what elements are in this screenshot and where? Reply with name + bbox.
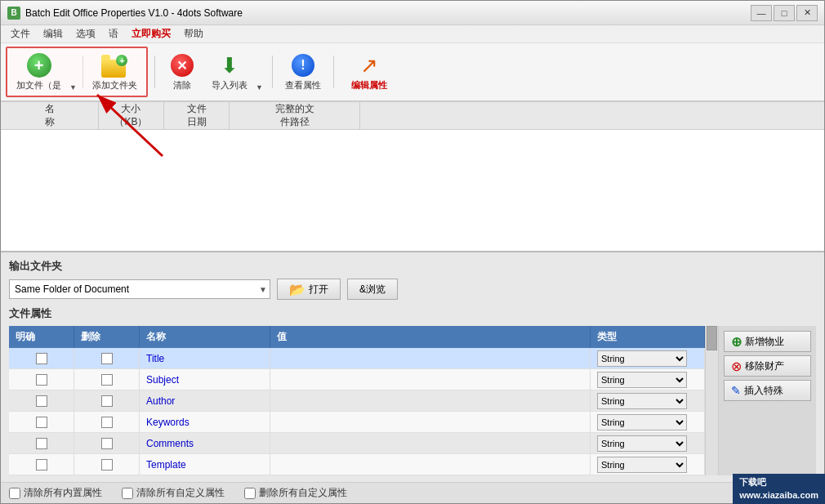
file-list-body[interactable] bbox=[1, 130, 824, 251]
edit-props-button[interactable]: ↗ 编辑属性 bbox=[341, 50, 398, 94]
import-button[interactable]: ⬇ 导入列表 bbox=[206, 50, 253, 94]
cell-type-4: String bbox=[591, 433, 705, 453]
menu-edit[interactable]: 编辑 bbox=[37, 25, 69, 42]
add-folder-button[interactable]: + 添加文件夹 bbox=[87, 50, 143, 94]
cell-value-1 bbox=[270, 369, 591, 390]
add-file-button[interactable]: + 加文件（是 bbox=[11, 50, 67, 94]
cell-delete-0 bbox=[74, 348, 140, 368]
cell-name-5: Template bbox=[140, 454, 270, 475]
delete-custom-checkbox-label[interactable]: 删除所有自定义属性 bbox=[244, 486, 347, 500]
output-folder-row: Same Folder of Document ▼ 📂 打开 &浏览 bbox=[9, 279, 816, 300]
table-row[interactable]: Comments String bbox=[9, 433, 705, 454]
table-row[interactable]: Subject String bbox=[9, 369, 705, 390]
menu-help[interactable]: 帮助 bbox=[177, 25, 210, 42]
clear-checkbox-2[interactable] bbox=[36, 395, 47, 407]
col-path-header: 完整的文 件路径 bbox=[230, 102, 360, 129]
watermark-line1: 下载吧 bbox=[739, 476, 818, 488]
delete-checkbox-5[interactable] bbox=[101, 459, 113, 471]
close-button[interactable]: ✕ bbox=[796, 5, 818, 21]
browse-label: &浏览 bbox=[359, 283, 386, 297]
menu-file[interactable]: 文件 bbox=[4, 25, 37, 42]
file-list-area: 名 称 大小 （KB） 文件 日期 完整的文 件路径 bbox=[1, 102, 824, 252]
cell-delete-5 bbox=[74, 454, 140, 475]
open-folder-button[interactable]: 📂 打开 bbox=[277, 279, 341, 300]
cell-clear-1 bbox=[9, 369, 74, 390]
cell-value-0 bbox=[270, 348, 591, 368]
table-row[interactable]: Title String bbox=[9, 348, 705, 369]
clear-button[interactable]: ✕ 清除 bbox=[162, 50, 203, 94]
browse-button[interactable]: &浏览 bbox=[347, 279, 398, 300]
clear-checkbox-5[interactable] bbox=[36, 459, 47, 471]
edit-props-label: 编辑属性 bbox=[351, 79, 387, 91]
cell-clear-0 bbox=[9, 348, 74, 368]
clear-builtin-checkbox[interactable] bbox=[9, 488, 20, 499]
folder-select[interactable]: Same Folder of Document bbox=[9, 279, 270, 299]
type-select-2[interactable]: String bbox=[597, 393, 687, 409]
cell-type-3: String bbox=[591, 412, 705, 432]
type-select-0[interactable]: String bbox=[597, 350, 687, 367]
cell-value-4 bbox=[270, 433, 591, 453]
clear-checkbox-4[interactable] bbox=[36, 438, 47, 449]
type-select-4[interactable]: String bbox=[597, 435, 687, 452]
menu-options[interactable]: 选项 bbox=[69, 25, 102, 42]
title-bar: B Batch Edit Office Properties V1.0 - 4d… bbox=[1, 1, 824, 25]
view-props-label: 查看属性 bbox=[285, 79, 321, 91]
add-property-icon: ⊕ bbox=[731, 334, 742, 350]
view-props-button[interactable]: ! 查看属性 bbox=[279, 50, 327, 94]
add-folder-icon: + bbox=[101, 52, 127, 78]
delete-custom-checkbox[interactable] bbox=[244, 488, 256, 499]
col-size-header: 大小 （KB） bbox=[99, 102, 164, 129]
scroll-thumb bbox=[707, 326, 717, 350]
add-property-button[interactable]: ⊕ 新增物业 bbox=[724, 331, 811, 352]
delete-checkbox-3[interactable] bbox=[101, 417, 113, 428]
menu-lang[interactable]: 语 bbox=[102, 25, 125, 42]
minimize-button[interactable]: — bbox=[751, 5, 772, 21]
clear-builtin-checkbox-label[interactable]: 清除所有内置属性 bbox=[9, 486, 102, 500]
watermark: 下载吧 www.xiazaiba.com bbox=[733, 474, 825, 504]
bottom-checkboxes-bar: 清除所有内置属性 清除所有自定义属性 删除所有自定义属性 bbox=[1, 482, 824, 503]
bottom-panel: 输出文件夹 Same Folder of Document ▼ 📂 打开 &浏览… bbox=[1, 252, 824, 482]
clear-checkbox-0[interactable] bbox=[36, 353, 47, 364]
clear-custom-label: 清除所有自定义属性 bbox=[136, 486, 225, 500]
add-file-label: 加文件（是 bbox=[16, 79, 61, 91]
insert-special-icon: ✎ bbox=[731, 384, 741, 397]
clear-checkbox-1[interactable] bbox=[36, 374, 47, 386]
add-property-label: 新增物业 bbox=[745, 335, 784, 349]
props-scrollbar[interactable] bbox=[705, 326, 718, 475]
open-folder-icon: 📂 bbox=[289, 282, 305, 297]
cell-delete-2 bbox=[74, 390, 140, 411]
cell-name-0: Title bbox=[140, 348, 270, 368]
remove-property-button[interactable]: ⊗ 移除财产 bbox=[724, 355, 811, 377]
main-window: B Batch Edit Office Properties V1.0 - 4d… bbox=[0, 0, 825, 504]
table-row[interactable]: Author String bbox=[9, 390, 705, 412]
table-row[interactable]: Keywords String bbox=[9, 412, 705, 433]
open-label: 打开 bbox=[309, 283, 328, 297]
delete-checkbox-0[interactable] bbox=[101, 353, 113, 364]
insert-special-button[interactable]: ✎ 插入特殊 bbox=[724, 380, 811, 401]
clear-custom-checkbox-label[interactable]: 清除所有自定义属性 bbox=[122, 486, 225, 500]
add-folder-label: 添加文件夹 bbox=[92, 79, 137, 91]
edit-props-icon: ↗ bbox=[356, 52, 382, 78]
remove-property-label: 移除财产 bbox=[745, 359, 784, 373]
cell-clear-2 bbox=[9, 390, 74, 411]
add-file-dropdown[interactable]: ▼ bbox=[67, 50, 79, 94]
table-row[interactable]: Template String bbox=[9, 454, 705, 475]
cell-clear-3 bbox=[9, 412, 74, 432]
clear-checkbox-3[interactable] bbox=[36, 417, 47, 428]
clear-custom-checkbox[interactable] bbox=[122, 488, 133, 499]
folder-select-wrapper: Same Folder of Document ▼ bbox=[9, 279, 270, 299]
app-icon: B bbox=[7, 7, 20, 20]
props-header-delete: 删除 bbox=[74, 326, 140, 348]
cell-type-5: String bbox=[591, 454, 705, 475]
delete-checkbox-4[interactable] bbox=[101, 438, 113, 449]
props-header-type: 类型 bbox=[591, 326, 705, 348]
type-select-1[interactable]: String bbox=[597, 372, 687, 388]
menu-buy[interactable]: 立即购买 bbox=[125, 25, 177, 42]
import-dropdown[interactable]: ▼ bbox=[253, 50, 265, 94]
delete-checkbox-2[interactable] bbox=[101, 395, 113, 407]
cell-delete-1 bbox=[74, 369, 140, 390]
type-select-3[interactable]: String bbox=[597, 414, 687, 430]
type-select-5[interactable]: String bbox=[597, 457, 687, 473]
restore-button[interactable]: □ bbox=[774, 5, 795, 21]
delete-checkbox-1[interactable] bbox=[101, 374, 113, 386]
